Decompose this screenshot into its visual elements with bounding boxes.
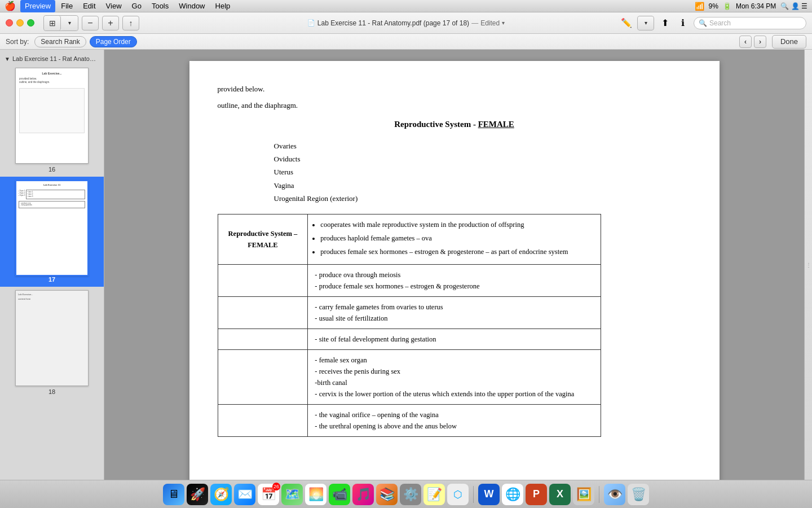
next-nav-btn[interactable]: › <box>754 36 766 48</box>
done-btn[interactable]: Done <box>772 35 806 49</box>
prev-nav-btn[interactable]: ‹ <box>739 36 752 48</box>
table-row-ovaries: - produce ova through meiosis - produce … <box>218 264 601 296</box>
toolbar-right: ✏️ ▾ ⬆ ℹ 🔍 Search <box>619 16 806 30</box>
dock-word[interactable]: W <box>478 484 500 505</box>
page-content: provided below. outline, and the diaphra… <box>218 84 691 437</box>
function-list: cooperates with male reproductive system… <box>320 219 593 257</box>
edited-arrow: ▾ <box>502 20 505 26</box>
intro-line2: outline, and the diaphragm. <box>218 100 691 112</box>
dock-books[interactable]: 📚 <box>376 484 398 505</box>
menu-go[interactable]: Go <box>127 0 146 12</box>
sidebar-page-17[interactable]: Lab Exercise 11 ▪ Topic 1▪ Topic 2▪ Topi… <box>0 177 104 287</box>
dock-separator-2 <box>599 486 599 503</box>
minimize-button[interactable] <box>16 19 24 27</box>
annotate-arrow[interactable]: ▾ <box>637 16 654 30</box>
sidebar-page-18[interactable]: Lab Exercise... content here 18 <box>0 287 104 399</box>
menubar: 🍎 Preview File Edit View Go Tools Window… <box>0 0 812 12</box>
search-box[interactable]: 🔍 Search <box>694 17 806 29</box>
dock-photos[interactable]: 🌅 <box>305 484 326 505</box>
maximize-button[interactable] <box>27 19 34 27</box>
dock-excel[interactable]: X <box>549 484 571 505</box>
sidebar-toggle-arrow[interactable]: ▾ <box>61 16 78 30</box>
dock-calendar[interactable]: 📅 <box>258 484 279 505</box>
dock-preview[interactable]: 👁️ <box>604 484 625 505</box>
dock-safari[interactable]: 🧭 <box>210 484 232 505</box>
page-18-number: 18 <box>48 388 55 395</box>
menu-preview[interactable]: Preview <box>20 0 55 12</box>
dock-maps[interactable]: 🗺️ <box>281 484 303 505</box>
menu-edit[interactable]: Edit <box>78 0 100 12</box>
annotate-btn[interactable]: ✏️ <box>619 16 634 30</box>
list-item-1: Ovaries <box>274 139 691 152</box>
list-item-5: Urogenital Region (exterior) <box>274 192 691 205</box>
annotate-group[interactable]: ▾ <box>637 16 654 30</box>
dock-stickies[interactable]: 📝 <box>423 484 445 505</box>
dock-finder[interactable]: 🖥 <box>163 484 184 505</box>
dock-music[interactable]: 🎵 <box>352 484 374 505</box>
table-cell-oviducts-desc: - carry female gametes from ovaries to u… <box>308 296 601 329</box>
right-panel-handle[interactable]: ⋮ <box>804 50 812 480</box>
share-btn[interactable]: ↑ <box>122 16 139 30</box>
anatomy-table: Reproductive System – FEMALE cooperates … <box>218 214 601 437</box>
oviducts-line-1: - carry female gametes from ovaries to u… <box>315 301 593 313</box>
dock-bluetooth[interactable]: ⬡ <box>447 484 469 505</box>
dock-chrome[interactable]: 🌐 <box>502 484 523 505</box>
sort-page-order-btn[interactable]: Page Order <box>90 36 137 47</box>
sort-search-rank-btn[interactable]: Search Rank <box>34 36 86 47</box>
info-btn[interactable]: ℹ <box>676 16 690 30</box>
list-item-2: Oviducts <box>274 152 691 165</box>
dock: 🖥 🚀 🧭 ✉️ 📅 🗺️ 🌅 📹 🎵 📚 ⚙️ 📝 ⬡ W 🌐 P <box>0 480 812 508</box>
dock-mail[interactable]: ✉️ <box>234 484 255 505</box>
close-button[interactable] <box>6 19 13 27</box>
zoom-out-btn[interactable]: − <box>82 16 99 30</box>
dock-photos2[interactable]: 🖼️ <box>573 484 594 505</box>
search-icon: 🔍 <box>699 19 707 27</box>
dock-launchpad[interactable]: 🚀 <box>187 484 208 505</box>
document-area[interactable]: provided below. outline, and the diaphra… <box>104 50 804 480</box>
sort-navigation: ‹ › Done <box>739 35 806 49</box>
battery-level: 9% <box>709 2 718 10</box>
table-row-uterus: - site of fetal development during gesta… <box>218 329 601 349</box>
table-row-oviducts: - carry female gametes from ovaries to u… <box>218 296 601 329</box>
urogenital-line-2: - the urethral opening is above and the … <box>315 421 593 432</box>
sidebar-tree-item[interactable]: ▼ Lab Exercise 11 - Rat Anatom... <box>0 53 104 64</box>
section-title-prefix: Reproductive System - <box>394 120 478 129</box>
main-area: ▼ Lab Exercise 11 - Rat Anatom... Lab Ex… <box>0 50 812 480</box>
urogenital-line-1: - the vaginal orifice – opening of the v… <box>315 409 593 421</box>
menubar-right: 📶 9% 🔋 Mon 6:34 PM 🔍 👤 ☰ <box>695 2 807 11</box>
menu-file[interactable]: File <box>56 0 77 12</box>
menu-view[interactable]: View <box>102 0 126 12</box>
export-btn[interactable]: ⬆ <box>657 16 672 30</box>
zoom-in-btn[interactable]: + <box>102 16 119 30</box>
table-cell-ovaries-desc: - produce ova through meiosis - produce … <box>308 264 601 296</box>
dock-systemprefs[interactable]: ⚙️ <box>400 484 421 505</box>
menu-tools[interactable]: Tools <box>147 0 173 12</box>
sidebar-toggle-btn[interactable]: ⊞ <box>44 16 61 30</box>
sidebar-page-16[interactable]: Lab Exercise... provided below. outline,… <box>0 64 104 177</box>
document-title-area: 📄 Lab Exercise 11 - Rat Anatomy.pdf (pag… <box>307 19 505 27</box>
wifi-icon: 📶 <box>695 2 704 11</box>
menu-window[interactable]: Window <box>174 0 209 12</box>
toolbar: ⊞ ▾ − + ↑ 📄 Lab Exercise 11 - Rat Anatom… <box>0 12 812 34</box>
apple-menu[interactable]: 🍎 <box>5 1 16 11</box>
vagina-line-2: - receives the penis during sex <box>315 366 593 377</box>
intro-line1: provided below. <box>218 84 691 95</box>
sidebar-toggle-group[interactable]: ⊞ ▾ <box>43 15 78 31</box>
table-cell-vagina-desc: - female sex organ - receives the penis … <box>308 349 601 404</box>
vagina-line-1: - female sex organ <box>315 354 593 366</box>
window-controls <box>6 19 34 27</box>
vagina-line-4: - cervix is the lower portion of the ute… <box>315 388 593 400</box>
sortbar: Sort by: Search Rank Page Order ‹ › Done <box>0 34 812 50</box>
reproductive-list: Ovaries Oviducts Uterus Vagina Urogenita… <box>274 139 691 205</box>
handle-icon: ⋮ <box>806 262 811 268</box>
sort-by-label: Sort by: <box>6 38 29 46</box>
list-item-3: Uterus <box>274 165 691 178</box>
dock-powerpoint[interactable]: P <box>526 484 547 505</box>
dock-facetime[interactable]: 📹 <box>329 484 350 505</box>
menu-help[interactable]: Help <box>211 0 235 12</box>
table-system-header-text: Reproductive System – FEMALE <box>228 230 298 249</box>
table-cell-uterus-name <box>218 329 308 349</box>
dock-trash[interactable]: 🗑️ <box>628 484 649 505</box>
table-cell-urogenital-desc: - the vaginal orifice – opening of the v… <box>308 404 601 436</box>
page-16-number: 16 <box>48 166 55 173</box>
